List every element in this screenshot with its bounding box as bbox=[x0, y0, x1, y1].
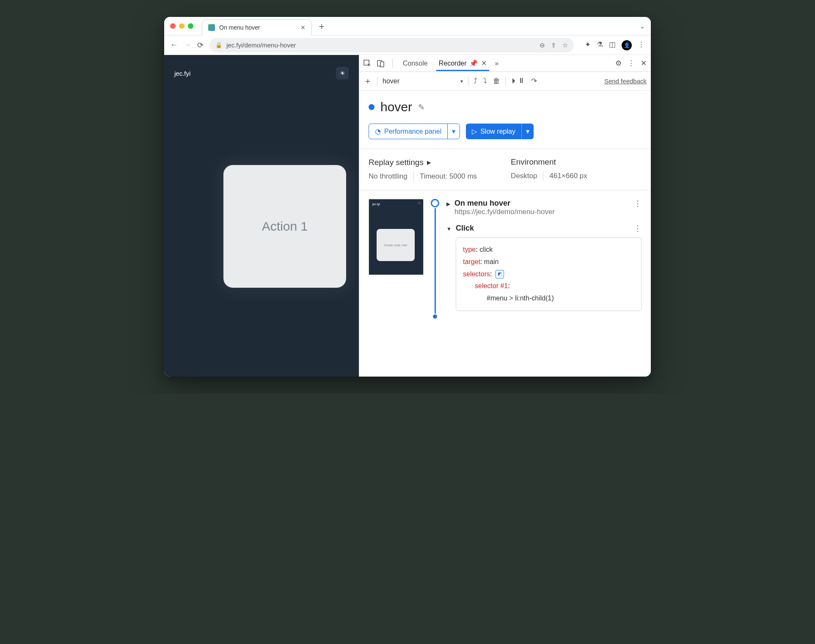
replay-settings-toggle[interactable]: Replay settings ▸ bbox=[369, 157, 477, 167]
throttling-value: No throttling bbox=[369, 172, 408, 181]
new-tab-button[interactable]: ＋ bbox=[317, 20, 326, 33]
flow-title: hover bbox=[380, 100, 412, 114]
timeline-step-node bbox=[433, 314, 437, 319]
performance-panel-button[interactable]: ◔Performance panel ▾ bbox=[369, 124, 460, 139]
step-url: https://jec.fyi/demo/menu-hover bbox=[454, 208, 555, 216]
play-icon: ▷ bbox=[472, 127, 477, 135]
screenshot-thumbnail[interactable]: jec.fyi Hover over me! bbox=[369, 199, 424, 275]
devtools-menu-icon[interactable]: ⋮ bbox=[628, 59, 635, 68]
tab-recorder[interactable]: Recorder 📌 ✕ bbox=[436, 59, 489, 71]
zoom-icon[interactable]: ⊖ bbox=[540, 41, 545, 49]
gauge-icon: ◔ bbox=[375, 127, 381, 135]
browser-menu-icon[interactable]: ⋮ bbox=[638, 40, 645, 50]
caret-down-icon[interactable]: ▼ bbox=[446, 226, 452, 232]
pin-icon: 📌 bbox=[469, 59, 478, 67]
sidepanel-icon[interactable]: ◫ bbox=[609, 40, 616, 50]
step-navigate: ▶ On menu hover https://jec.fyi/demo/men… bbox=[446, 199, 642, 216]
browser-window: On menu hover ✕ ＋ ⌄ ← → ⟳ 🔒 jec.fyi/demo… bbox=[164, 17, 651, 377]
import-icon[interactable]: ⤵ bbox=[483, 77, 487, 85]
back-button[interactable]: ← bbox=[170, 41, 178, 50]
maximize-window[interactable] bbox=[188, 23, 193, 29]
slow-replay-button[interactable]: ▷Slow replay ▾ bbox=[466, 124, 534, 139]
share-icon[interactable]: ⇪ bbox=[551, 41, 556, 49]
site-brand: jec.fyi bbox=[174, 70, 190, 77]
recording-status-dot bbox=[369, 104, 374, 110]
profile-avatar[interactable]: 👤 bbox=[622, 40, 632, 50]
url-text: jec.fyi/demo/menu-hover bbox=[226, 41, 296, 49]
svg-rect-2 bbox=[380, 62, 384, 67]
close-panel-icon[interactable]: ✕ bbox=[481, 59, 487, 67]
edit-name-icon[interactable]: ✎ bbox=[418, 102, 425, 112]
theme-toggle[interactable]: ☀ bbox=[336, 67, 349, 80]
slow-replay-dropdown[interactable]: ▾ bbox=[521, 124, 534, 139]
caret-right-icon[interactable]: ▶ bbox=[446, 201, 450, 207]
close-window[interactable] bbox=[170, 23, 176, 29]
timeout-value: Timeout: 5000 ms bbox=[420, 172, 477, 181]
timeline bbox=[430, 199, 441, 319]
traffic-lights bbox=[170, 23, 193, 29]
step-click: ▼ Click ⋮ type: click target: main selec… bbox=[446, 224, 642, 311]
inspect-icon[interactable] bbox=[363, 60, 371, 67]
close-tab-icon[interactable]: ✕ bbox=[300, 24, 306, 31]
titlebar: On menu hover ✕ ＋ ⌄ bbox=[164, 17, 651, 36]
tab-title: On menu hover bbox=[219, 24, 296, 31]
browser-toolbar: ← → ⟳ 🔒 jec.fyi/demo/menu-hover ⊖ ⇪ ☆ ✦ … bbox=[164, 36, 651, 55]
tabs-overflow-icon[interactable]: » bbox=[495, 60, 499, 67]
step-title: On menu hover bbox=[454, 199, 555, 208]
step-title: Click bbox=[456, 224, 474, 233]
recording-dropdown[interactable]: hover ▾ bbox=[383, 77, 463, 85]
extensions-icon[interactable]: ✦ bbox=[585, 40, 591, 50]
env-device: Desktop bbox=[511, 172, 537, 180]
env-size: 461×660 px bbox=[549, 172, 587, 180]
step-play-icon[interactable]: ⏵⏸ bbox=[511, 77, 525, 85]
card-text: Action 1 bbox=[262, 219, 308, 234]
export-icon[interactable]: ⤴ bbox=[474, 77, 477, 85]
address-bar[interactable]: 🔒 jec.fyi/demo/menu-hover ⊖ ⇪ ☆ bbox=[209, 38, 574, 52]
reload-button[interactable]: ⟳ bbox=[197, 41, 204, 50]
delete-icon[interactable]: 🗑 bbox=[493, 77, 500, 85]
caret-right-icon: ▸ bbox=[427, 157, 431, 167]
labs-icon[interactable]: ⚗ bbox=[597, 40, 603, 50]
selector-code: #menu > li:nth-child(1) bbox=[463, 292, 634, 305]
step-menu-icon[interactable]: ⋮ bbox=[634, 224, 642, 233]
content-body: jec.fyi ☀ Action 1 Console bbox=[164, 55, 651, 377]
new-recording-button[interactable]: ＋ bbox=[363, 75, 372, 87]
step-detail: type: click target: main selectors: ◩ se… bbox=[456, 237, 642, 311]
webpage: jec.fyi ☀ Action 1 bbox=[164, 55, 359, 377]
bookmark-icon[interactable]: ☆ bbox=[562, 41, 568, 49]
devtools-panel: Console Recorder 📌 ✕ » ⚙ ⋮ ✕ ＋ hover bbox=[359, 55, 651, 377]
devtools-tabs: Console Recorder 📌 ✕ » ⚙ ⋮ ✕ bbox=[359, 55, 651, 72]
timeline-start-node bbox=[431, 199, 439, 207]
tab-console[interactable]: Console bbox=[400, 60, 430, 67]
extension-icons: ✦ ⚗ ◫ 👤 ⋮ bbox=[585, 40, 645, 50]
recorder-body: hover ✎ ◔Performance panel ▾ ▷Slow repla… bbox=[359, 91, 651, 377]
step-menu-icon[interactable]: ⋮ bbox=[634, 199, 642, 208]
send-feedback-link[interactable]: Send feedback bbox=[604, 77, 647, 85]
addr-actions: ⊖ ⇪ ☆ bbox=[540, 41, 568, 49]
close-devtools-icon[interactable]: ✕ bbox=[641, 59, 647, 68]
minimize-window[interactable] bbox=[179, 23, 184, 29]
pick-selector-icon[interactable]: ◩ bbox=[496, 270, 504, 278]
action-card[interactable]: Action 1 bbox=[223, 165, 346, 288]
favicon bbox=[208, 24, 215, 31]
browser-tab[interactable]: On menu hover ✕ bbox=[202, 19, 312, 36]
lock-icon: 🔒 bbox=[215, 42, 222, 48]
tabs-overflow-icon[interactable]: ⌄ bbox=[640, 23, 645, 30]
step-over-icon[interactable]: ↷ bbox=[531, 77, 537, 85]
recorder-toolbar: ＋ hover ▾ ⤴ ⤵ 🗑 ⏵⏸ ↷ Send feedback bbox=[359, 72, 651, 91]
chevron-down-icon: ▾ bbox=[460, 78, 463, 84]
device-toggle-icon[interactable] bbox=[377, 60, 385, 67]
settings-icon[interactable]: ⚙ bbox=[615, 59, 622, 68]
environment-label: Environment bbox=[511, 157, 587, 167]
performance-panel-dropdown[interactable]: ▾ bbox=[447, 124, 460, 139]
forward-button[interactable]: → bbox=[184, 41, 191, 50]
